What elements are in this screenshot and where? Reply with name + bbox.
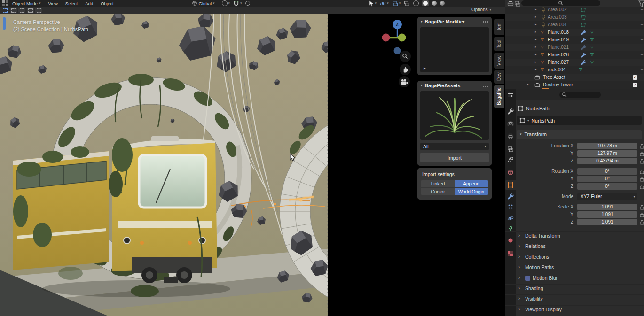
mesh-data-icon[interactable]: ▽ <box>590 37 594 42</box>
editor-type-icon[interactable] <box>2 0 8 7</box>
breadcrumb-object-name[interactable]: NurbsPath <box>526 106 550 111</box>
lock-icon[interactable] <box>640 169 644 174</box>
expand-icon[interactable]: ▸ <box>535 23 537 26</box>
outliner-row-destroy-tower[interactable]: ▾ Destroy Tower ✓ – <box>505 81 644 89</box>
expand-icon[interactable]: ▸ <box>535 8 537 11</box>
outliner-row-plane021[interactable]: ▸ ▽ Plane.021 ▽ – <box>505 44 644 51</box>
active-tool-selector[interactable]: ▾ <box>369 0 377 7</box>
section-delta-transform[interactable]: ›Delta Transform <box>505 231 644 240</box>
outliner-row-tree-asset[interactable]: Tree Asset ✓ – <box>505 74 644 81</box>
object-name[interactable]: Plane.019 <box>548 37 569 42</box>
modifier-wrench-icon[interactable] <box>581 37 586 43</box>
append-button[interactable]: Append <box>455 180 488 187</box>
select-mode-set-button[interactable] <box>1 8 8 13</box>
modifier-wrench-icon[interactable] <box>581 45 586 50</box>
object-name[interactable]: Plane.027 <box>548 60 569 65</box>
snap-toggle[interactable]: ▾ <box>233 0 242 7</box>
gizmo-x-axis[interactable] <box>382 34 390 42</box>
shading-solid-button[interactable] <box>422 0 429 6</box>
tab-tool-icon[interactable] <box>507 108 514 115</box>
import-button[interactable]: Import <box>420 153 489 162</box>
section-shading[interactable]: ›Shading <box>505 284 644 293</box>
gizmo-z-negative-axis[interactable] <box>394 47 401 54</box>
asset-category-dropdown[interactable]: All ▾ <box>420 143 489 150</box>
world-origin-button[interactable]: World Origin <box>455 188 488 195</box>
transform-panel-header[interactable]: ▾ Transform <box>517 130 642 139</box>
editor-type-icon[interactable] <box>507 92 514 98</box>
scale-x-field[interactable]: 1.091 <box>577 204 637 210</box>
gizmo-y-axis[interactable] <box>398 34 406 42</box>
collapse-icon[interactable]: ▾ <box>527 83 529 86</box>
location-x-field[interactable]: 107.78 m <box>577 143 637 149</box>
shading-wireframe-button[interactable] <box>413 0 419 6</box>
lock-icon[interactable] <box>640 144 644 149</box>
shading-material-button[interactable] <box>432 1 437 6</box>
outliner-row-plane026[interactable]: ▸ ▽ Plane.026 ▽ – <box>505 51 644 59</box>
collection-name[interactable]: Tree Asset <box>543 75 565 80</box>
collection-checkbox[interactable]: ✓ <box>633 75 637 80</box>
motion-blur-checkbox[interactable] <box>525 276 530 281</box>
outliner-row-plane027[interactable]: ▸ ▽ Plane.027 ▽ – <box>505 59 644 66</box>
object-name[interactable]: Area.003 <box>548 15 567 20</box>
location-y-field[interactable]: 127.97 m <box>577 150 637 157</box>
light-data-icon[interactable] <box>581 7 586 13</box>
gizmos-toggle[interactable]: ▾ <box>380 0 389 7</box>
section-motion-blur[interactable]: ›Motion Blur <box>505 274 644 283</box>
expand-icon[interactable]: ▸ <box>535 30 537 34</box>
outliner-row-area003[interactable]: ▸ Area.003 – <box>505 14 644 21</box>
hidden-toggle-icon[interactable]: – <box>641 37 643 42</box>
outliner-row-area004[interactable]: ▸ Area.004 – <box>505 21 644 29</box>
hidden-toggle-icon[interactable]: – <box>641 60 643 64</box>
tab-constraints-icon[interactable] <box>507 225 514 232</box>
tab-output-icon[interactable] <box>507 133 514 140</box>
object-name[interactable]: Plane.018 <box>548 30 569 35</box>
hidden-toggle-icon[interactable]: – <box>641 45 643 49</box>
lock-icon[interactable] <box>640 212 644 217</box>
tab-view[interactable]: View <box>494 53 504 69</box>
modifier-wrench-icon[interactable] <box>581 52 586 58</box>
expand-icon[interactable]: ▸ <box>535 45 537 49</box>
object-name[interactable]: Area.004 <box>548 22 567 27</box>
hidden-toggle-icon[interactable]: – <box>641 7 643 12</box>
menu-object[interactable]: Object <box>97 1 117 6</box>
object-name[interactable]: Plane.026 <box>548 52 569 57</box>
select-mode-subtract-button[interactable] <box>18 8 25 13</box>
hidden-toggle-icon[interactable]: – <box>641 82 643 87</box>
tab-render-icon[interactable] <box>507 121 514 127</box>
collection-name[interactable]: Destroy Tower <box>543 82 573 87</box>
light-data-icon[interactable] <box>581 15 586 20</box>
play-icon[interactable]: ▶ <box>424 67 426 70</box>
tab-dev[interactable]: Dev <box>494 70 504 84</box>
object-name[interactable]: rock.004 <box>548 67 565 72</box>
lock-icon[interactable] <box>640 159 644 164</box>
select-mode-intersect-button[interactable] <box>35 8 42 13</box>
mesh-data-icon[interactable]: ▽ <box>590 29 594 35</box>
mesh-data-icon[interactable]: ▽ <box>579 67 582 72</box>
cursor-button[interactable]: Cursor <box>421 188 455 195</box>
outliner-row-rock004[interactable]: ▸ ▽ rock.004 ▽ – <box>505 66 644 74</box>
lock-icon[interactable] <box>640 205 644 210</box>
menu-add[interactable]: Add <box>81 1 97 6</box>
bagapie-assets-header[interactable]: ▾ BagaPieAssets <box>417 81 492 90</box>
mode-selector[interactable]: Object Mode▾ <box>8 1 44 6</box>
asset-preview[interactable] <box>420 91 489 140</box>
scale-y-field[interactable]: 1.091 <box>577 211 637 218</box>
zoom-button[interactable] <box>400 51 411 62</box>
lock-icon[interactable] <box>640 184 644 189</box>
lock-icon[interactable] <box>640 151 644 156</box>
hidden-toggle-icon[interactable]: – <box>641 52 643 57</box>
linked-button[interactable]: Linked <box>421 180 455 187</box>
expand-icon[interactable]: ▸ <box>535 60 537 64</box>
object-name-field[interactable]: ▾ NurbsPath <box>517 116 642 125</box>
section-relations[interactable]: ›Relations <box>505 242 644 251</box>
hidden-toggle-icon[interactable]: – <box>641 15 643 19</box>
lock-icon[interactable] <box>640 220 644 225</box>
mesh-data-icon[interactable]: ▽ <box>590 44 594 50</box>
outliner-row-plane018[interactable]: ▸ ▽ Plane.018 ▽ – <box>505 29 644 36</box>
expand-icon[interactable]: ▸ <box>535 68 537 71</box>
location-z-field[interactable]: 0.43794 m <box>577 158 637 164</box>
pivot-point-selector[interactable]: ▾ <box>222 0 230 6</box>
bagapie-modifier-header[interactable]: ▾ BagaPie Modifier <box>417 17 492 26</box>
collapse-icon[interactable]: ▾ <box>421 20 423 23</box>
pan-hand-button[interactable] <box>400 64 411 75</box>
